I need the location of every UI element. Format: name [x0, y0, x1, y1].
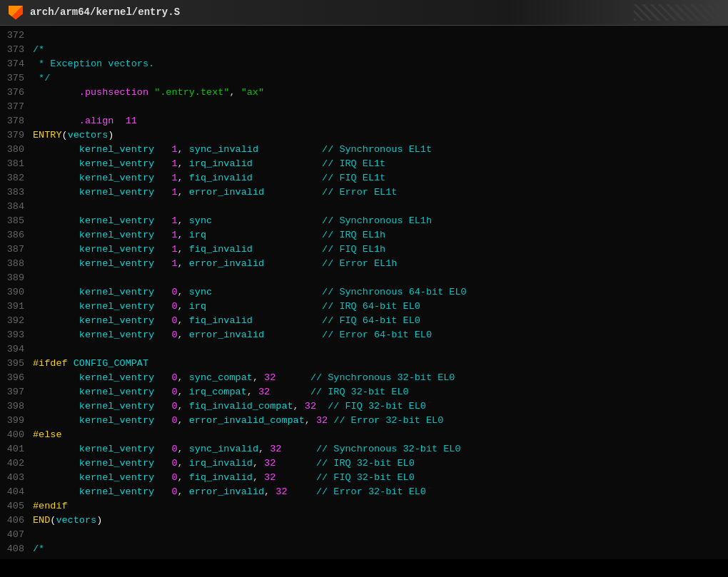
code-line: 393 kernel_ventry 0, error_invalid // Er… — [0, 328, 728, 342]
code-line: 401 kernel_ventry 0, sync_invalid, 32 //… — [0, 442, 728, 456]
code-line: 372 — [0, 29, 728, 43]
code-line: 395#ifdef CONFIG_COMPAT — [0, 357, 728, 371]
code-line: 380 kernel_ventry 1, sync_invalid // Syn… — [0, 143, 728, 157]
code-line: 399 kernel_ventry 0, error_invalid_compa… — [0, 414, 728, 428]
code-line: 382 kernel_ventry 1, fiq_invalid // FIQ … — [0, 171, 728, 185]
code-line: 408/* — [0, 542, 728, 556]
code-area: 372 373/* 374 * Exception vectors. 375 *… — [0, 26, 728, 559]
code-line: 389 — [0, 271, 728, 285]
code-line: 385 kernel_ventry 1, sync // Synchronous… — [0, 214, 728, 228]
code-line: 403 kernel_ventry 0, fiq_invalid, 32 // … — [0, 471, 728, 485]
code-line: 407 — [0, 528, 728, 542]
code-line: 388 kernel_ventry 1, error_invalid // Er… — [0, 257, 728, 271]
title-bar-text: arch/arm64/kernel/entry.S — [30, 5, 180, 20]
code-line: 386 kernel_ventry 1, irq // IRQ EL1h — [0, 228, 728, 242]
code-line: 405#endif — [0, 499, 728, 514]
code-line: 406END(vectors) — [0, 514, 728, 528]
code-line: 384 — [0, 200, 728, 214]
title-bar: arch/arm64/kernel/entry.S — [0, 0, 728, 26]
code-line: 391 kernel_ventry 0, irq // IRQ 64-bit E… — [0, 300, 728, 314]
code-line: 398 kernel_ventry 0, fiq_invalid_compat,… — [0, 399, 728, 414]
title-bar-icon — [9, 6, 23, 20]
code-line: 376 .pushsection ".entry.text", "ax" — [0, 86, 728, 100]
code-line: 390 kernel_ventry 0, sync // Synchronous… — [0, 285, 728, 300]
code-line: 381 kernel_ventry 1, irq_invalid // IRQ … — [0, 157, 728, 171]
code-line: 378 .align 11 — [0, 114, 728, 128]
code-line: 387 kernel_ventry 1, fiq_invalid // FIQ … — [0, 242, 728, 257]
code-line: 392 kernel_ventry 0, fiq_invalid // FIQ … — [0, 314, 728, 328]
code-line: 375 */ — [0, 71, 728, 86]
code-line: 394 — [0, 342, 728, 357]
title-bar-pattern — [634, 4, 719, 21]
code-line: 397 kernel_ventry 0, irq_compat, 32 // I… — [0, 385, 728, 399]
code-line: 377 — [0, 100, 728, 114]
code-line: 404 kernel_ventry 0, error_invalid, 32 /… — [0, 485, 728, 499]
code-line: 383 kernel_ventry 1, error_invalid // Er… — [0, 185, 728, 200]
code-line: 379ENTRY(vectors) — [0, 128, 728, 143]
code-line: 374 * Exception vectors. — [0, 57, 728, 71]
code-line: 373/* — [0, 43, 728, 57]
code-line: 400#else — [0, 428, 728, 442]
code-line: 396 kernel_ventry 0, sync_compat, 32 // … — [0, 371, 728, 385]
code-line: 402 kernel_ventry 0, irq_invalid, 32 // … — [0, 456, 728, 471]
